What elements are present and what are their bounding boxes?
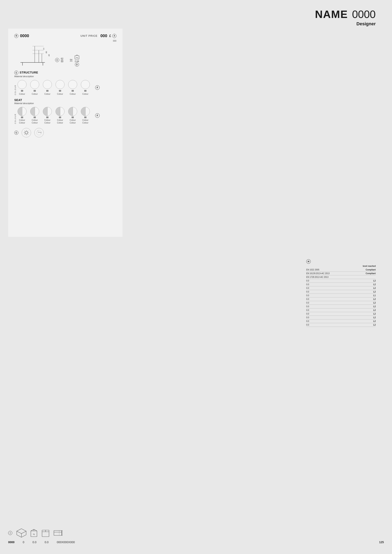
structure-colours-row: COLOUR 00 Colour 00 Colour 00 Colour 00 … xyxy=(14,80,116,95)
unit-price-value: 000 xyxy=(100,34,107,38)
badge-b: B xyxy=(14,34,18,38)
standard-1: EN 16139:2013+AC 2013 xyxy=(306,272,366,275)
badge-c: C xyxy=(55,58,59,62)
structure-circle-5 xyxy=(68,80,77,89)
structure-title: STRUCTURE xyxy=(20,71,38,74)
svg-line-32 xyxy=(21,535,26,537)
compliance-row-3: 0.0 L2 xyxy=(306,279,376,283)
structure-circle-4 xyxy=(56,80,64,89)
seat-circle-5 xyxy=(68,107,77,116)
svg-line-21 xyxy=(28,131,28,132)
dim-50: 50 xyxy=(61,60,63,63)
compliance-header-label: level reached xyxy=(363,265,376,267)
chair-diagram: 77 65 43 xyxy=(16,44,53,67)
svg-text:65: 65 xyxy=(45,51,47,53)
compliance-row-12: 0.0 L2 xyxy=(306,312,376,316)
standard-2: EN 1728:2012+AC 2013 xyxy=(306,276,364,278)
seat-name2-3: Colour xyxy=(44,122,50,124)
structure-circle-1 xyxy=(18,80,27,89)
compliance-row-9: 0.0 L2 xyxy=(306,301,376,305)
svg-text:kg: kg xyxy=(76,57,78,58)
compliance-row-1: EN 16139:2013+AC 2013 Compliant xyxy=(306,272,376,275)
seat-name2-5: Colour xyxy=(70,122,76,124)
seat-circle-2 xyxy=(30,107,39,116)
svg-rect-39 xyxy=(54,531,62,535)
standard-14: 0.0 xyxy=(306,320,364,322)
compliance-row-4: 0.0 L2 xyxy=(306,283,376,286)
level-10: L2 xyxy=(364,305,376,308)
svg-line-31 xyxy=(17,535,21,537)
seat-title: SEAT xyxy=(14,98,116,102)
standard-15: 0.0 xyxy=(306,324,364,326)
level-4: L2 xyxy=(364,283,376,286)
open-box-icon xyxy=(16,528,27,538)
level-6: L2 xyxy=(364,291,376,293)
bottom-section: I kg xyxy=(8,528,123,538)
bottom-data-row: 0000 0 0.0 0.0 000X000X000 xyxy=(8,540,123,544)
level-15: L2 xyxy=(364,324,376,326)
svg-point-14 xyxy=(25,132,28,134)
compliance-row-6: 0.0 L2 xyxy=(306,290,376,294)
structure-colour-items: 00 Colour 00 Colour 00 Colour 00 Colour … xyxy=(18,80,100,95)
price-sub: 000 xyxy=(113,40,116,42)
seat-colours-row: COLOUR 00 Colour Colour 00 Colour Colour… xyxy=(14,107,116,124)
compliance-row-0: EN 1022 2005 Compliant xyxy=(306,268,376,272)
structure-name-6: Colour xyxy=(82,93,88,95)
dim-62: 62 xyxy=(61,57,63,60)
standard-12: 0.0 xyxy=(306,313,364,315)
standard-9: 0.0 xyxy=(306,302,364,304)
structure-colour-5: 00 Colour xyxy=(68,80,77,95)
seat-colour-1: 00 Colour Colour xyxy=(18,107,27,124)
level-13: L2 xyxy=(364,316,376,319)
seat-code-2: 00 xyxy=(34,116,36,119)
compliance-row-14: 0.0 L2 xyxy=(306,319,376,323)
standard-10: 0.0 xyxy=(306,305,364,308)
seat-circle-6 xyxy=(81,107,90,116)
compliance-row-5: 0.0 L2 xyxy=(306,286,376,290)
level-1: Compliant xyxy=(366,272,376,275)
badge-g: G xyxy=(14,131,18,135)
structure-name-4: Colour xyxy=(57,93,63,95)
weight-block: kg 2.64 D xyxy=(74,54,80,67)
standard-5: 0.0 xyxy=(306,287,364,289)
standard-7: 0.0 xyxy=(306,294,364,297)
compliance-header: level reached xyxy=(306,265,376,267)
compliance-row-2: EN 1728:2012+AC 2013 xyxy=(306,275,376,279)
seat-code-3: 00 xyxy=(46,116,48,119)
structure-colour-4: 00 Colour xyxy=(56,80,64,95)
unit-price-label: UNIT PRICE xyxy=(80,34,97,37)
care-icon-1 xyxy=(22,128,31,137)
badge-i: I xyxy=(8,531,12,535)
bottom-vol1: 0.0 xyxy=(32,540,36,544)
level-14: L2 xyxy=(364,320,376,322)
svg-line-20 xyxy=(28,134,28,135)
structure-circle-3 xyxy=(43,80,52,89)
structure-code-4: 00 xyxy=(59,90,61,92)
standard-3: 0.0 xyxy=(306,280,364,282)
level-12: L2 xyxy=(364,313,376,315)
structure-colour-1: 00 Colour xyxy=(18,80,27,95)
level-11: L2 xyxy=(364,309,376,311)
svg-line-22 xyxy=(25,134,25,135)
dim-depth-block: 54 xyxy=(70,59,72,62)
bottom-code: 0000 xyxy=(8,540,14,544)
structure-name-5: Colour xyxy=(70,93,76,95)
structure-code-1: 00 xyxy=(21,90,23,92)
structure-colour-label: COLOUR xyxy=(14,80,16,95)
seat-name1-4: Colour xyxy=(57,119,63,121)
seat-code-4: 00 xyxy=(59,116,61,119)
badge-h: H xyxy=(306,259,311,264)
weight-value: 2.64 xyxy=(75,60,79,62)
level-3: L2 xyxy=(364,280,376,282)
seat-colour-5: 00 Colour Colour xyxy=(68,107,77,124)
structure-name-2: Colour xyxy=(32,93,38,95)
structure-circle-6 xyxy=(81,80,90,89)
bottom-dims: 000X000X000 xyxy=(57,540,75,544)
level-0: Compliant xyxy=(366,269,376,271)
compliance-row-15: 0.0 L2 xyxy=(306,323,376,327)
level-9: L2 xyxy=(364,302,376,304)
badge-e: E xyxy=(14,71,18,75)
seat-colour-label: COLOUR xyxy=(14,107,16,124)
structure-code-6: 00 xyxy=(84,90,86,92)
standard-4: 0.0 xyxy=(306,283,364,286)
